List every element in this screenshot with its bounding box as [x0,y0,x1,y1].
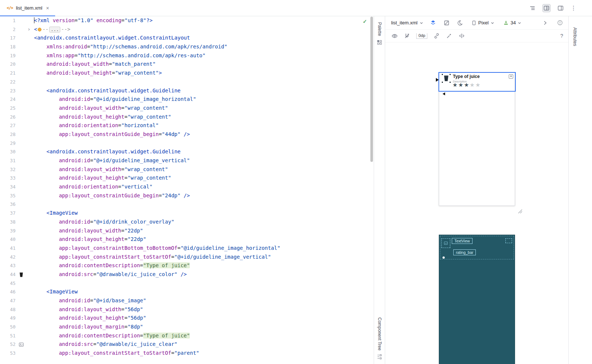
attributes-tab[interactable]: Attributes [572,27,578,46]
code-line[interactable]: 30<androidx.constraintlayout.widget.Guid… [0,147,374,156]
code-line[interactable]: 37<ImageView [0,209,374,218]
star-icon[interactable]: ★ [458,82,464,88]
code-line[interactable]: 29 [0,139,374,148]
code-line[interactable]: 52android:src="@drawable/ic_juice_clear" [0,340,374,349]
star-icon[interactable]: ★ [475,82,481,88]
resize-handle-icon[interactable] [450,82,451,83]
autoconnect-icon[interactable] [404,33,410,39]
line-number: 32 [0,165,16,174]
code-line[interactable]: 51android:contentDescription="Type of ju… [0,331,374,340]
structure-view-icon[interactable] [528,4,536,12]
inspections-ok-icon[interactable]: ✓ [363,18,367,24]
view-options-icon[interactable] [391,33,398,39]
code-line[interactable]: 40android:layout_height="22dp" [0,235,374,244]
design-canvas[interactable]: Type of juice Description ★★★★★ ✕ TextVi… [385,42,568,364]
design-preview-surface[interactable]: Type of juice Description ★★★★★ ✕ [439,72,515,206]
code-line[interactable]: 31android:id="@+id/guideline_image_verti… [0,156,374,165]
next-screen-icon[interactable] [542,20,548,26]
help-button[interactable]: ? [560,33,563,39]
blueprint-surface[interactable]: TextView rating_bar [439,235,515,364]
blueprint-textview[interactable]: TextView [452,238,472,244]
blueprint-toggle-icon[interactable] [443,20,450,26]
resize-handle-icon[interactable] [450,74,451,75]
design-file-selector[interactable]: list_item.xml [391,20,423,25]
code-line[interactable]: 27android:orientation="horizontal" [0,121,374,130]
code-line[interactable]: 32android:layout_width="wrap_content" [0,165,374,174]
drawable-cup-icon[interactable] [18,272,24,277]
code-line[interactable]: 23<androidx.constraintlayout.widget.Guid… [0,86,374,95]
selected-list-item[interactable]: Type of juice Description ★★★★★ ✕ [438,72,516,92]
default-margins-button[interactable]: 0dp [416,33,427,39]
code-line[interactable]: 19xmlns:app="http://schemas.android.com/… [0,51,374,60]
code-line[interactable]: 28app:layout_constraintGuide_begin="44dp… [0,130,374,139]
issue-panel-icon[interactable] [556,20,563,26]
code-line[interactable]: 41app:layout_constraintBottom_toBottomOf… [0,244,374,253]
component-tree-tab[interactable]: Component Tree [374,317,385,360]
more-options-icon[interactable]: ⋮ [571,4,576,11]
code-line[interactable]: 25android:layout_width="wrap_content" [0,104,374,113]
layout-mode-icon[interactable] [556,4,565,12]
tab-close-icon[interactable]: × [46,5,49,11]
blueprint-delete-box[interactable] [505,238,512,243]
clear-constraints-icon[interactable] [433,33,440,39]
code-line[interactable]: 46<ImageView [0,288,374,296]
code-line[interactable]: 17<androidx.constraintlayout.widget.Cons… [0,34,374,42]
resize-handle-icon[interactable] [442,82,443,83]
code-line[interactable]: 50android:layout_margin="8dp" [0,323,374,331]
code-line[interactable]: 38android:id="@+id/drink_color_overlay" [0,218,374,227]
line-number: 46 [0,288,16,296]
constraint-anchor-icon[interactable] [443,256,445,259]
drawable-image-icon[interactable] [18,341,24,347]
blueprint-imageview[interactable] [441,238,450,248]
line-number: 20 [0,60,16,69]
palette-tab[interactable]: Palette [374,22,385,45]
juice-cup-icon[interactable] [443,75,450,82]
infer-constraints-icon[interactable] [446,33,453,39]
code-line[interactable]: 21android:layout_height="wrap_content"> [0,69,374,78]
resize-handle-icon[interactable] [442,74,443,75]
star-icon[interactable]: ★ [464,82,470,88]
tab-list-item-xml[interactable]: </> list_item.xml × [0,0,55,16]
code-line[interactable]: 53app:layout_constraintStart_toStartOf="… [0,349,374,358]
code-line[interactable]: 44android:src="@drawable/ic_juice_color"… [0,270,374,279]
line-number: 17 [0,34,16,42]
night-mode-icon[interactable] [457,20,463,26]
code-line[interactable]: 24android:id="@+id/guideline_image_horiz… [0,95,374,104]
code-line[interactable]: 39android:layout_width="22dp" [0,227,374,235]
code-line[interactable]: 35app:layout_constraintGuide_begin="24dp… [0,191,374,200]
star-icon[interactable]: ★ [470,82,475,88]
device-selector[interactable]: Pixel [471,20,494,26]
code-line[interactable]: 20android:layout_width="match_parent" [0,60,374,69]
code-line[interactable]: 2›<--...--> [0,25,374,34]
code-line[interactable]: 33android:layout_height="wrap_content" [0,174,374,183]
fold-chevron-icon[interactable]: › [27,25,30,34]
rating-bar[interactable]: ★★★★★ [453,82,481,88]
canvas-resize-icon[interactable] [517,208,523,214]
api-level-selector[interactable]: 34 [503,20,521,25]
code-line[interactable]: 26android:layout_height="wrap_content" [0,113,374,122]
code-line[interactable]: 1<?xml version="1.0" encoding="utf-8"?> [0,16,374,25]
code-line[interactable]: 34android:orientation="vertical" [0,183,374,191]
code-line[interactable]: 43android:contentDescription="Type of ju… [0,261,374,270]
code-line[interactable]: 48android:layout_width="56dp" [0,305,374,314]
code-line[interactable]: 47android:id="@+id/base_image" [0,296,374,305]
cursor-marker-icon [443,92,445,95]
editor-scrollbar[interactable] [370,17,373,162]
code-line[interactable]: 49android:layout_height="56dp" [0,314,374,323]
split-editor-icon[interactable] [542,4,551,12]
code-line[interactable]: 36 [0,200,374,209]
delete-icon[interactable]: ✕ [509,74,513,79]
code-editor[interactable]: 1<?xml version="1.0" encoding="utf-8"?>2… [0,16,374,364]
blueprint-rating-bar[interactable]: rating_bar [453,249,476,255]
design-surface-icon[interactable] [430,20,437,26]
star-icon[interactable]: ★ [453,82,458,88]
editor-tab-bar: </> list_item.xml × ⋮ [0,0,592,16]
pack-selection-icon[interactable] [458,33,465,39]
code-line[interactable]: 18xmlns:android="http://schemas.android.… [0,42,374,51]
code-line[interactable]: 22 [0,78,374,86]
code-line[interactable]: 45 [0,279,374,288]
line-number: 26 [0,113,16,122]
folded-region[interactable]: ... [49,27,60,33]
code-line[interactable]: 42app:layout_constraintStart_toStartOf="… [0,253,374,262]
blueprint-item-outline [440,236,514,259]
